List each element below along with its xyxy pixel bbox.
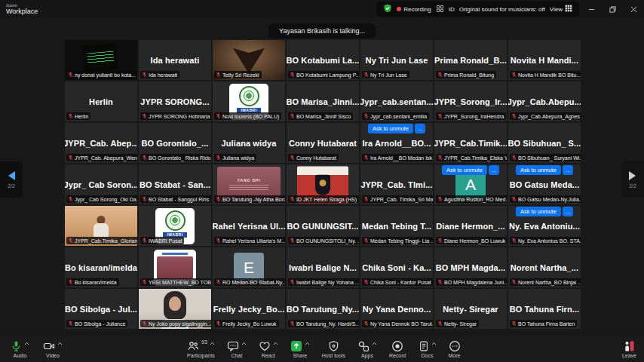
participant-tile[interactable]: BO Sibuhuan_ S...BO Sibuhuan_ Suryani Wi… [508,123,581,163]
apps-button[interactable]: Apps [357,340,377,358]
participant-tile[interactable]: ID JKT Helen Siraga (HS) [287,164,359,204]
audio-button[interactable]: Audio [11,340,29,358]
chat-button[interactable]: Chat [227,340,247,358]
tile-more-button[interactable]: ... [415,124,425,133]
name-label: Ny Yana Dennok BO Tarut... [362,320,433,327]
participant-tile[interactable]: JYPR_Sorong_Ir...JYPR_Sorong_IraHendra [434,81,507,121]
record-button[interactable]: Record [389,340,406,358]
participant-tile[interactable]: Bo kisaran/imeldaBo kisaran/imelda [65,247,137,287]
participant-tile[interactable]: Rahel Yerisna Ul...Rahel Yerisna Uliarta… [213,206,285,246]
participant-tile[interactable]: BO Marisa_Jinni...BO Marisa_Jinnif Sisco [287,81,359,121]
participant-tile[interactable]: JYPR_Cab. TImi...JYPR_Cab. TImika_Sri Ma… [360,164,433,204]
minimize-button[interactable] [581,0,602,18]
more-button[interactable]: More [449,340,461,358]
chevron-up-icon[interactable] [241,342,247,345]
name-label-text: Frelly Jecky_Bo Luwuk [222,321,277,327]
host-tools-button[interactable]: Host tools [322,340,345,358]
participant-tile[interactable]: Novita H Mandi...Novita H Mandik BO Bitu… [508,40,581,80]
muted-mic-icon [511,238,517,244]
participant-tile[interactable]: Ira Arnold__BO...Ask to unmute...Ira Arn… [360,123,433,163]
previous-page-button[interactable]: 2/2 [0,161,23,198]
participant-tile[interactable]: IWABRIIWABRI Pusat [139,206,211,246]
participant-tile[interactable]: Ny Yana Denno...Ny Yana Dennok BO Tarut.… [360,289,433,329]
participant-tile[interactable]: BO Sibolga - Jul...BO Sibolga - Juliance [65,289,137,329]
video-button[interactable]: Video [43,340,63,358]
restore-button[interactable] [602,0,623,18]
leave-button[interactable]: Leave [622,340,636,358]
name-label: Rahel Yerisna Uliarta's M... [214,237,285,244]
participant-tile[interactable]: Netty- SiregarNetty- Siregar [434,289,507,329]
chevron-up-icon[interactable] [372,342,377,345]
name-label: Bo kisaran/imelda [66,278,119,286]
tile-more-button[interactable]: ... [563,207,573,216]
participant-tile[interactable]: ERO Medan-BO Stabat-Ny... [213,247,285,287]
participant-tile[interactable]: Tetty Sri Rezeki [213,40,285,80]
meeting-id-label[interactable]: ID [449,6,455,13]
participant-tile[interactable]: Iwabri Balige N...Iwabri Balige Ny Yohan… [287,247,359,287]
chevron-up-icon[interactable] [24,342,29,345]
participant-tile[interactable]: JYPR_Cab. Abep...JYPR_Cab. Abepura_Weni.… [65,123,137,163]
react-button[interactable]: React [259,340,278,358]
participant-tile[interactable]: Diane Hermon_...Diane Hermon_BO Luwuk [434,206,507,246]
participant-tile[interactable]: BO Stabat - San...BO Stabat - Sanggul Ri… [139,164,211,204]
participant-tile[interactable]: JYPR_Cab.Timik...JYPR_Cab.Timika_Elska Y… [434,123,507,163]
participant-tile[interactable]: Juliana widyaJuliana widya [213,123,285,163]
security-shield-icon[interactable] [383,4,392,14]
participant-tile[interactable]: BO Kotabumi La...BO Kotabumi Lampung P..… [287,40,359,80]
participant-tile[interactable]: Frelly Jecky_Bo...Frelly Jecky_Bo Luwuk [213,289,285,329]
chevron-up-icon[interactable] [210,342,215,345]
chevron-up-icon[interactable] [431,342,437,345]
participant-tile[interactable]: Ny Joko popy sigalinggin... [139,289,211,329]
participant-tile[interactable]: JYPR_Cab.Timika_Glorian... [65,206,137,246]
participant-tile[interactable]: IWABRINovi lourens (BO PALU) [213,81,285,121]
original-sound-status[interactable]: Original sound for musicians: off [459,6,545,13]
participant-tile[interactable]: Ny Tri Jun LaseNy Tri Jun Lase [360,40,433,80]
participant-tile[interactable]: Jypr_Cab.Abepu...Jypr_Cab.Abepura_Agnes … [508,81,581,121]
participant-tile[interactable]: JYPR SORONG...JYPR SORONG Hotmaria ... [139,81,211,121]
participant-tile[interactable]: BO Tahuna Firn...BO Tahuna Firna Barten [508,289,581,329]
participant-tile[interactable]: Conny HutabaratConny Hutabarat [287,123,359,163]
gallery-layout-icon[interactable] [436,5,444,14]
participant-tile[interactable]: YESI MATTHEW_BO TOBE... [139,247,211,287]
close-button[interactable] [623,0,644,18]
participant-tile[interactable]: Prima Ronald_B...Prima Ronald_Bitung [434,40,507,80]
participant-tile[interactable]: ny donal yulianti bo kota... [65,40,137,80]
ask-to-unmute-button[interactable]: Ask to unmute [516,207,561,216]
name-label: Prima Ronald_Bitung [436,71,496,78]
participant-tile[interactable]: BO GUNUNGSIT...BO GUNUNGSITOLI_Ny. ... [287,206,359,246]
participant-tile[interactable]: AAsk to unmute...Agustina Ruston_RO Med.… [434,164,507,204]
muted-mic-icon [216,72,221,78]
participant-tile[interactable]: Ny. Eva Antoniu...Ask to unmute...Ny. Ev… [508,206,581,246]
participant-tile[interactable]: Jypr_ Cab Soron...Jypr_ Cab Sorong_Oki D… [65,164,137,204]
tile-more-button[interactable]: ... [563,165,573,175]
next-page-button[interactable]: 2/2 [621,161,644,198]
ask-to-unmute-button[interactable]: Ask to unmute [516,165,561,175]
participant-tile[interactable]: BO Gorontalo_...BO Gorontalo_ Riska Rido [139,123,211,163]
participant-tile[interactable]: BO Gatsu Meda...Ask to unmute...BO Gatsu… [508,164,581,204]
participants-button[interactable]: 93Participants [187,340,215,358]
participant-tile[interactable]: Norent Nartha_...Norent Nartha_BO Binjai… [508,247,581,287]
ask-to-unmute-button[interactable]: Ask to unmute [368,124,413,133]
view-button[interactable]: View [550,5,572,14]
name-label: BO Marisa_Jinnif Sisco [288,112,353,120]
name-label: Conny Hutabarat [288,154,339,161]
participant-tile[interactable]: Medan Tebing T...Medan Tebing Tinggi- Li… [360,206,433,246]
chevron-up-icon[interactable] [305,342,310,345]
participant-tile[interactable]: Jypr_cab.sentan...Jypr_cab.sentani_emili… [360,81,433,121]
participant-tile[interactable]: Chika Soni - Ka...Chika Soni - Kantor Pu… [360,247,433,287]
participant-tile[interactable]: BO MPH Magda...BO MPH Magdalena Juni... [434,247,507,287]
chevron-up-icon[interactable] [273,342,278,345]
participant-tile[interactable]: HerlinHerlin [65,81,137,121]
participant-tile[interactable]: BO Tarutung_Ny...BO Tarutung_Ny. Hardi/S… [287,289,359,329]
toolbar-item-label: Chat [231,353,242,358]
tile-more-button[interactable]: ... [489,165,499,175]
participant-tile[interactable]: Ida herawatiIda herawati [139,40,211,80]
share-button[interactable]: Share [290,340,310,358]
recording-indicator[interactable]: Recording [397,6,431,13]
ask-to-unmute-button[interactable]: Ask to unmute [442,165,487,175]
docs-button[interactable]: Docs [419,340,437,358]
participant-tile[interactable]: YANG BPIBO Tarutung -Ny Atha Bon... [213,164,285,204]
chevron-up-icon[interactable] [57,342,63,345]
muted-mic-icon [437,113,443,119]
name-label-text: Bo kisaran/imelda [75,280,117,285]
